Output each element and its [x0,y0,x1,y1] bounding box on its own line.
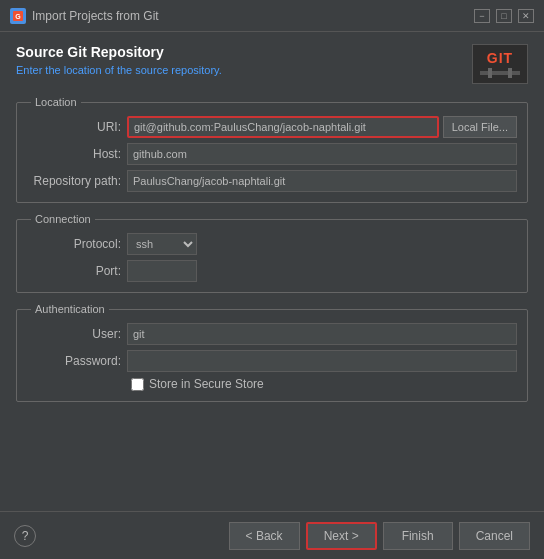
secure-store-checkbox[interactable] [131,378,144,391]
host-input[interactable] [127,143,517,165]
connection-legend: Connection [31,213,95,225]
git-logo-text: GIT [487,50,513,66]
port-label: Port: [27,264,127,278]
title-bar: G Import Projects from Git − □ ✕ [0,0,544,32]
local-file-button[interactable]: Local File... [443,116,517,138]
finish-button[interactable]: Finish [383,522,453,550]
uri-input-wrap [127,116,439,138]
app-icon: G [10,8,26,24]
bottom-actions: < Back Next > Finish Cancel [229,522,530,550]
secure-store-label: Store in Secure Store [149,377,264,391]
password-label: Password: [27,354,127,368]
svg-rect-3 [488,68,492,78]
help-button[interactable]: ? [14,525,36,547]
window-title: Import Projects from Git [32,9,159,23]
repo-path-row: Repository path: [27,170,517,192]
dialog-body: Source Git Repository Enter the location… [0,32,544,511]
uri-row: URI: Local File... [27,116,517,138]
minimize-button[interactable]: − [474,9,490,23]
connection-group: Connection Protocol: ssh http https Port… [16,213,528,293]
window-controls: − □ ✕ [474,9,534,23]
user-label: User: [27,327,127,341]
repo-path-input[interactable] [127,170,517,192]
close-button[interactable]: ✕ [518,9,534,23]
port-input[interactable] [127,260,197,282]
host-label: Host: [27,147,127,161]
uri-label: URI: [27,120,127,134]
section-subtitle: Enter the location of the source reposit… [16,64,222,76]
password-input[interactable] [127,350,517,372]
password-row: Password: [27,350,517,372]
user-row: User: [27,323,517,345]
git-logo: GIT [472,44,528,84]
location-group: Location URI: Local File... Host: Reposi… [16,96,528,203]
host-row: Host: [27,143,517,165]
svg-text:G: G [15,13,21,20]
svg-rect-4 [508,68,512,78]
maximize-button[interactable]: □ [496,9,512,23]
header-section: Source Git Repository Enter the location… [16,44,528,84]
back-button[interactable]: < Back [229,522,300,550]
protocol-row: Protocol: ssh http https [27,233,517,255]
port-row: Port: [27,260,517,282]
header-text: Source Git Repository Enter the location… [16,44,222,76]
secure-store-row: Store in Secure Store [131,377,517,391]
bottom-bar: ? < Back Next > Finish Cancel [0,511,544,559]
repo-path-label: Repository path: [27,174,127,188]
title-bar-left: G Import Projects from Git [10,8,159,24]
svg-rect-2 [480,71,520,75]
section-title: Source Git Repository [16,44,222,60]
user-input[interactable] [127,323,517,345]
authentication-legend: Authentication [31,303,109,315]
protocol-select[interactable]: ssh http https [127,233,197,255]
protocol-label: Protocol: [27,237,127,251]
next-button[interactable]: Next > [306,522,377,550]
cancel-button[interactable]: Cancel [459,522,530,550]
authentication-group: Authentication User: Password: Store in … [16,303,528,402]
location-legend: Location [31,96,81,108]
uri-input[interactable] [127,116,439,138]
